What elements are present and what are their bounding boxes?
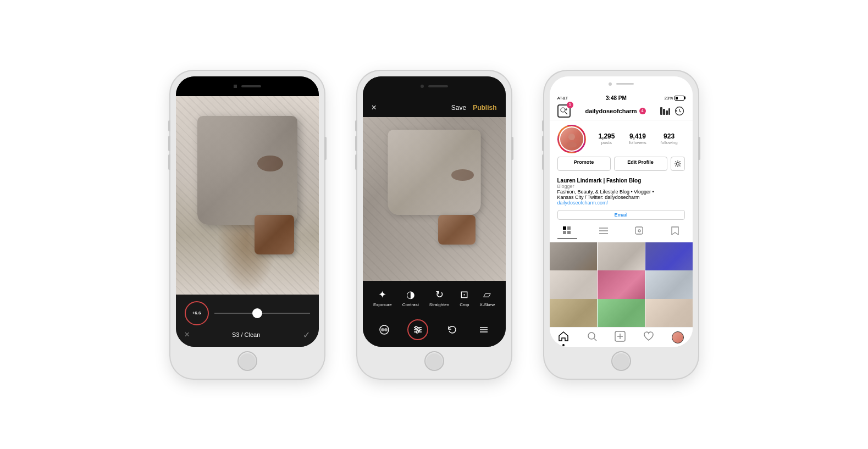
svg-rect-25 <box>567 226 571 230</box>
tool-xskew[interactable]: ▱ X-Skew <box>479 289 495 307</box>
svg-point-2 <box>384 328 388 331</box>
add-people-button[interactable]: 3 <box>557 104 571 118</box>
filter-confirm[interactable]: ✓ <box>303 330 310 340</box>
avatar-image <box>559 126 584 152</box>
email-button[interactable]: Email <box>557 210 685 220</box>
photo-grid <box>550 242 693 327</box>
instagram-navbar: 3 dailydoseofcharm 4 <box>550 102 693 120</box>
posts-stat[interactable]: 1,295 posts <box>598 132 615 145</box>
tab-list[interactable] <box>594 225 613 239</box>
bars-icon <box>660 107 670 115</box>
status-bar: AT&T 3:48 PM 23% <box>550 92 693 102</box>
tab-tagged[interactable] <box>629 225 649 239</box>
home-button[interactable] <box>237 351 257 371</box>
svg-rect-19 <box>668 108 670 115</box>
filter-slider[interactable] <box>214 313 310 314</box>
home-nav[interactable] <box>558 331 569 345</box>
contrast-icon: ◑ <box>406 289 415 301</box>
nav-right-icons <box>660 106 684 116</box>
bio-link[interactable]: dailydoseofcharm.com/ <box>557 200 685 206</box>
heart-nav[interactable] <box>643 331 654 345</box>
contrast-label: Contrast <box>402 302 419 307</box>
svg-point-21 <box>568 134 575 140</box>
straighten-icon: ↻ <box>435 289 444 301</box>
tool-undo[interactable] <box>443 321 461 339</box>
crop-label: Crop <box>460 302 469 307</box>
phone2-screen: × Save Publish ✦ Exp <box>363 76 506 347</box>
tool-filters[interactable] <box>375 321 393 339</box>
exposure-icon: ✦ <box>378 289 386 301</box>
profile-section: 1,295 posts 9,419 followers 923 followin… <box>550 120 693 175</box>
phone2-tool-row: ✦ Exposure ◑ Contrast ↻ Straighten ⊡ Cro… <box>363 285 506 311</box>
phone2-publish[interactable]: Publish <box>473 104 496 112</box>
svg-rect-31 <box>635 227 643 234</box>
svg-rect-27 <box>567 231 571 234</box>
profile-tabs <box>550 222 693 242</box>
grid-item-7[interactable] <box>550 299 597 327</box>
xskew-label: X-Skew <box>479 302 495 307</box>
exposure-label: Exposure <box>373 302 392 307</box>
svg-line-13 <box>565 112 567 114</box>
svg-point-6 <box>415 326 417 329</box>
phone1-bottom <box>176 347 319 373</box>
promote-button[interactable]: Promote <box>557 157 611 171</box>
posts-count: 1,295 <box>598 132 615 140</box>
time-label: 3:48 PM <box>606 95 627 101</box>
xskew-icon: ▱ <box>483 289 491 301</box>
followers-count: 9,419 <box>629 132 646 140</box>
tool-straighten[interactable]: ↻ Straighten <box>429 289 449 307</box>
phone2-save[interactable]: Save <box>451 104 466 112</box>
tool-adjustments[interactable] <box>407 319 428 340</box>
home-button-3[interactable] <box>611 351 631 371</box>
battery-icon <box>675 96 684 101</box>
svg-rect-26 <box>563 231 566 234</box>
filter-value-badge: +6.6 <box>185 301 209 325</box>
tab-grid[interactable] <box>557 225 577 239</box>
carrier-label: AT&T <box>557 96 568 101</box>
svg-rect-18 <box>666 110 668 115</box>
phone2-close[interactable]: × <box>372 103 377 113</box>
home-nav-dot <box>562 344 565 346</box>
phone2-bottom <box>363 347 506 373</box>
phone-1: +6.6 × S3 / Clean ✓ <box>170 71 324 379</box>
svg-point-7 <box>418 329 420 331</box>
bio-name: Lauren Lindmark | Fashion Blog <box>557 178 685 184</box>
search-nav[interactable] <box>587 331 598 345</box>
status-right: 23% <box>664 96 684 101</box>
bio-category: Blogger <box>557 184 685 189</box>
svg-line-34 <box>594 339 596 341</box>
following-stat[interactable]: 923 following <box>660 132 677 145</box>
followers-stat[interactable]: 9,419 followers <box>629 132 646 145</box>
svg-point-12 <box>561 108 565 112</box>
tool-menu[interactable] <box>475 321 493 339</box>
settings-button[interactable] <box>671 157 685 171</box>
bio-line2: Kansas City / Twitter: dailydosecharm <box>557 195 685 200</box>
grid-item-8[interactable] <box>598 299 645 327</box>
tool-exposure[interactable]: ✦ Exposure <box>373 289 392 307</box>
svg-rect-24 <box>563 226 566 230</box>
tool-crop[interactable]: ⊡ Crop <box>460 289 469 307</box>
tool-contrast[interactable]: ◑ Contrast <box>402 289 419 307</box>
home-button-2[interactable] <box>424 351 444 371</box>
phone1-screen: +6.6 × S3 / Clean ✓ <box>176 76 319 347</box>
tab-saved[interactable] <box>666 225 684 239</box>
profile-avatar[interactable] <box>557 125 586 153</box>
following-count: 923 <box>664 132 675 140</box>
phone2-topbar: × Save Publish <box>363 96 506 117</box>
svg-point-33 <box>588 332 595 339</box>
bio-line1: Fashion, Beauty, & Lifestyle Blog • Vlog… <box>557 189 685 195</box>
profile-stats: 1,295 posts 9,419 followers 923 followin… <box>591 132 685 145</box>
profile-nav[interactable] <box>672 331 684 343</box>
svg-rect-16 <box>660 107 662 115</box>
profile-nav-avatar <box>672 331 684 343</box>
edit-profile-button[interactable]: Edit Profile <box>614 157 667 171</box>
svg-point-32 <box>638 230 640 232</box>
straighten-label: Straighten <box>429 302 449 307</box>
phone2-photo <box>363 117 506 281</box>
phone3-bottom <box>550 347 693 373</box>
grid-item-9[interactable] <box>645 299 693 327</box>
bottom-nav <box>550 327 693 347</box>
filter-cancel[interactable]: × <box>185 330 190 340</box>
phone1-photo <box>176 96 319 295</box>
add-nav[interactable] <box>615 331 626 345</box>
